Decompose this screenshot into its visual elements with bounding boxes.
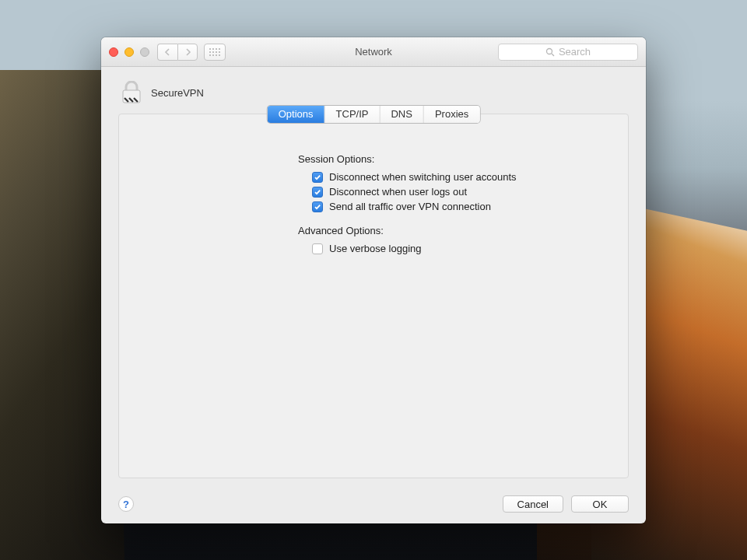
close-button[interactable] [109, 47, 118, 57]
search-input[interactable]: Search [498, 44, 638, 61]
ok-button[interactable]: OK [571, 495, 629, 513]
option-verbose-logging[interactable]: Use verbose logging [312, 243, 612, 254]
svg-point-12 [546, 48, 552, 54]
svg-rect-10 [216, 54, 217, 56]
checkbox-verbose-logging[interactable] [312, 243, 323, 254]
forward-button[interactable] [177, 44, 198, 61]
vpn-name: SecureVPN [151, 87, 204, 99]
svg-rect-8 [209, 54, 211, 56]
search-placeholder: Search [559, 46, 591, 58]
options-content: Session Options: Disconnect when switchi… [298, 153, 612, 254]
session-options-label: Session Options: [298, 153, 612, 165]
option-label: Disconnect when switching user accounts [329, 171, 517, 183]
cancel-button[interactable]: Cancel [503, 495, 563, 513]
option-label: Disconnect when user logs out [329, 186, 467, 198]
tab-bar: Options TCP/IP DNS Proxies [268, 106, 480, 123]
tab-proxies[interactable]: Proxies [424, 106, 479, 123]
option-disconnect-switch-user[interactable]: Disconnect when switching user accounts [312, 171, 612, 183]
tab-options[interactable]: Options [268, 106, 325, 123]
svg-rect-5 [212, 51, 214, 53]
search-icon [545, 47, 555, 57]
option-label: Use verbose logging [329, 243, 422, 254]
settings-pane: Options TCP/IP DNS Proxies Session Optio… [118, 114, 629, 478]
preferences-window: Network Search SecureVPN [101, 37, 646, 523]
tab-dns[interactable]: DNS [380, 106, 423, 123]
minimize-button[interactable] [124, 47, 134, 57]
svg-rect-1 [212, 48, 214, 50]
option-send-all-traffic[interactable]: Send all traffic over VPN connection [312, 201, 612, 212]
titlebar: Network Search [101, 37, 646, 67]
option-disconnect-logout[interactable]: Disconnect when user logs out [312, 186, 612, 198]
nav-buttons [157, 44, 198, 61]
svg-line-13 [552, 54, 554, 56]
window-body: SecureVPN Options TCP/IP DNS Proxies Ses… [101, 67, 646, 488]
checkbox-disconnect-logout[interactable] [312, 187, 323, 198]
lock-icon [121, 81, 142, 104]
svg-rect-11 [219, 54, 220, 56]
svg-rect-6 [216, 51, 217, 53]
help-button[interactable]: ? [118, 496, 134, 512]
traffic-lights [109, 47, 149, 57]
back-button[interactable] [157, 44, 177, 61]
tab-tcpip[interactable]: TCP/IP [325, 106, 381, 123]
window-footer: ? Cancel OK [101, 488, 646, 523]
svg-rect-9 [212, 54, 214, 56]
svg-rect-4 [209, 51, 211, 53]
advanced-options-label: Advanced Options: [298, 225, 612, 236]
maximize-button [140, 47, 149, 57]
checkbox-disconnect-switch-user[interactable] [312, 172, 323, 183]
svg-rect-2 [216, 48, 217, 50]
show-all-button[interactable] [204, 44, 226, 61]
checkbox-send-all-traffic[interactable] [312, 201, 323, 212]
option-label: Send all traffic over VPN connection [329, 201, 491, 212]
svg-rect-0 [209, 48, 211, 50]
svg-rect-3 [219, 48, 220, 50]
vpn-header: SecureVPN [121, 81, 629, 104]
svg-rect-7 [219, 51, 220, 53]
